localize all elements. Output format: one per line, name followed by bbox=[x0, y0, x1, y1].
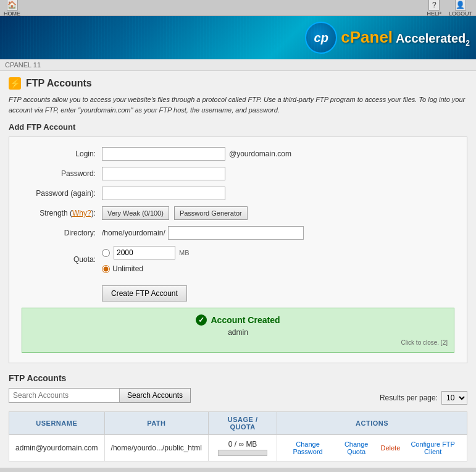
search-bar: Search Accounts bbox=[9, 388, 191, 403]
top-navigation: 🏠 HOME ? HELP 👤 LOGOUT bbox=[0, 0, 476, 16]
logout-button[interactable]: 👤 LOGOUT bbox=[449, 0, 472, 17]
strength-label: Strength (Why?): bbox=[22, 209, 102, 217]
directory-label: Directory: bbox=[22, 229, 102, 237]
directory-row: Directory: /home/yourdomain/ bbox=[22, 226, 454, 240]
breadcrumb: CPANEL 11 bbox=[0, 59, 476, 71]
logo-accelerated: Accelerated2 bbox=[393, 32, 470, 45]
success-check-icon: ✓ bbox=[196, 314, 207, 326]
help-label: HELP bbox=[427, 11, 441, 17]
nav-right: ? HELP 👤 LOGOUT bbox=[427, 0, 472, 17]
create-ftp-btn[interactable]: Create FTP Account bbox=[102, 285, 187, 301]
password-row: Password: bbox=[22, 167, 454, 180]
directory-input-row: /home/yourdomain/ bbox=[102, 226, 304, 240]
quota-custom-radio[interactable] bbox=[102, 249, 110, 257]
accounts-tbody: admin@yourdomain.com /home/yourdo.../pub… bbox=[9, 435, 467, 461]
table-row: admin@yourdomain.com /home/yourdo.../pub… bbox=[9, 435, 467, 461]
password-input[interactable] bbox=[102, 167, 225, 180]
login-row: Login: @yourdomain.com bbox=[22, 147, 454, 161]
logout-icon: 👤 bbox=[455, 0, 466, 11]
directory-input[interactable] bbox=[168, 226, 304, 240]
create-btn-row: Create FTP Account bbox=[22, 279, 454, 301]
password-label: Password: bbox=[22, 169, 102, 178]
change-quota-link[interactable]: Change Quota bbox=[337, 440, 376, 455]
quota-unlimited-row: Unlimited bbox=[102, 264, 190, 273]
password-again-row: Password (again): bbox=[22, 187, 454, 200]
logout-label: LOGOUT bbox=[449, 11, 472, 17]
strength-why-link[interactable]: Why? bbox=[72, 209, 91, 217]
cell-path: /home/yourdo.../public_html bbox=[104, 435, 208, 461]
page-title: FTP Accounts bbox=[26, 78, 92, 89]
home-label: HOME bbox=[4, 11, 20, 17]
home-button[interactable]: 🏠 HOME bbox=[4, 0, 20, 17]
cell-username: admin@yourdomain.com bbox=[9, 435, 105, 461]
change-password-link[interactable]: Change Password bbox=[283, 440, 332, 455]
strength-value-btn[interactable]: Very Weak (0/100) bbox=[102, 206, 169, 220]
success-close-text[interactable]: Click to close. [2] bbox=[28, 339, 448, 346]
cpanel-logo: cp cPanel Accelerated2 bbox=[305, 22, 470, 54]
col-usage: Usage / Quota bbox=[209, 412, 277, 435]
quota-unit: MB bbox=[179, 249, 190, 256]
login-label: Login: bbox=[22, 150, 102, 158]
help-button[interactable]: ? HELP bbox=[427, 0, 441, 17]
search-results-row: Search Accounts Results per page: 10 25 … bbox=[9, 388, 467, 408]
quota-unlimited-radio[interactable] bbox=[102, 265, 110, 273]
ftp-accounts-title: FTP Accounts bbox=[9, 373, 467, 383]
ftp-icon: ⚡ bbox=[9, 77, 21, 90]
cell-actions: Change Password Change Quota Delete Conf… bbox=[277, 435, 467, 461]
page-description: FTP accounts allow you to access your we… bbox=[9, 95, 467, 115]
password-generator-btn[interactable]: Password Generator bbox=[174, 206, 248, 220]
logo-cpanel: cPanel bbox=[341, 28, 393, 46]
ftp-accounts-section: FTP Accounts Search Accounts Results per… bbox=[9, 373, 467, 461]
accounts-table: Username Path Usage / Quota Actions admi… bbox=[9, 411, 467, 461]
password-again-input[interactable] bbox=[102, 187, 225, 200]
success-box[interactable]: ✓ Account Created admin Click to close. … bbox=[22, 308, 454, 353]
results-select[interactable]: 10 25 50 bbox=[441, 391, 467, 405]
configure-ftp-link[interactable]: Configure FTP Client bbox=[405, 440, 461, 455]
dir-prefix: /home/yourdomain/ bbox=[102, 229, 165, 237]
breadcrumb-text: CPANEL 11 bbox=[5, 61, 41, 69]
header-banner: cp cPanel Accelerated2 bbox=[0, 16, 476, 59]
quota-number-row: MB bbox=[102, 246, 190, 259]
unlimited-label: Unlimited bbox=[112, 264, 143, 273]
strength-row: Strength (Why?): Very Weak (0/100) Passw… bbox=[22, 206, 454, 220]
success-title-text: Account Created bbox=[211, 315, 280, 325]
password-again-label: Password (again): bbox=[22, 189, 102, 198]
cell-usage: 0 / ∞ MB bbox=[209, 435, 277, 461]
help-icon: ? bbox=[428, 0, 440, 11]
success-title: ✓ Account Created bbox=[28, 314, 448, 326]
delete-link[interactable]: Delete bbox=[380, 444, 400, 452]
login-input[interactable] bbox=[102, 147, 225, 161]
actions-cell: Change Password Change Quota Delete Conf… bbox=[283, 440, 461, 455]
quota-row: Quota: MB Unlimited bbox=[22, 246, 454, 273]
search-input[interactable] bbox=[9, 388, 120, 403]
add-section-title: Add FTP Account bbox=[9, 122, 467, 132]
success-username: admin bbox=[28, 328, 448, 337]
logo-circle: cp bbox=[305, 22, 337, 54]
page-title-row: ⚡ FTP Accounts bbox=[9, 77, 467, 90]
quota-options: MB Unlimited bbox=[102, 246, 190, 273]
nav-left: 🏠 HOME bbox=[4, 0, 20, 17]
home-icon: 🏠 bbox=[7, 0, 18, 11]
results-label: Results per page: bbox=[380, 394, 438, 402]
usage-bar-container bbox=[218, 450, 267, 456]
main-content: ⚡ FTP Accounts FTP accounts allow you to… bbox=[0, 71, 476, 468]
table-header-row: Username Path Usage / Quota Actions bbox=[9, 412, 467, 435]
logo-text: cPanel Accelerated2 bbox=[341, 28, 470, 48]
col-actions: Actions bbox=[277, 412, 467, 435]
col-path: Path bbox=[104, 412, 208, 435]
col-username: Username bbox=[9, 412, 105, 435]
quota-label: Quota: bbox=[22, 255, 102, 264]
results-per-page: Results per page: 10 25 50 bbox=[380, 391, 467, 405]
quota-input[interactable] bbox=[114, 246, 175, 259]
domain-suffix: @yourdomain.com bbox=[229, 150, 291, 158]
search-button[interactable]: Search Accounts bbox=[120, 388, 191, 403]
table-header: Username Path Usage / Quota Actions bbox=[9, 412, 467, 435]
strength-controls: Very Weak (0/100) Password Generator bbox=[102, 206, 248, 220]
add-ftp-form: Login: @yourdomain.com Password: Passwor… bbox=[9, 137, 467, 363]
